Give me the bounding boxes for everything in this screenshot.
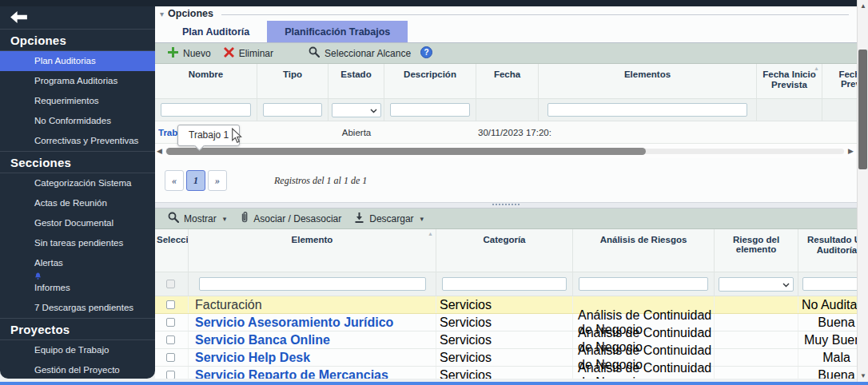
filter-analisis-input[interactable] (579, 277, 708, 291)
filter-tipo-input[interactable] (263, 103, 322, 117)
descargar-button[interactable]: Descargar ▾ (348, 212, 430, 225)
column-header-resultado[interactable]: Resultado Últ Auditoría (798, 229, 857, 272)
sidebar-item-actas-de-reunion[interactable]: Actas de Reunión (0, 193, 155, 213)
table2-header: Seleccionar Elemento ▲ Categoría Análisi… (155, 229, 857, 272)
eliminar-label: Eliminar (239, 48, 273, 59)
table1-header: Nombre Tipo Estado Descripción Fecha Ele… (155, 64, 857, 99)
column-header-tipo[interactable]: Tipo (257, 64, 328, 98)
sidebar-item-equipo-de-trabajo[interactable]: Equipo de Trabajo (0, 340, 155, 360)
chevron-down-icon (370, 109, 377, 113)
window-bottom-edge (0, 382, 868, 385)
row-checkbox[interactable] (166, 353, 175, 362)
riesgo-cell (715, 367, 798, 379)
sidebar-item-informes[interactable]: Informes (0, 278, 155, 298)
table1-row-trabajo[interactable]: Trabajo 1 Abierta 30/11/2023 17:20: (155, 121, 857, 144)
column-header-categoria[interactable]: Categoría (436, 229, 573, 272)
sidebar-item-requerimientos[interactable]: Requerimientos (0, 91, 155, 111)
sidebar-item-plan-auditorias[interactable]: Plan Auditorias (0, 51, 155, 71)
resultado-value: No Auditado (802, 298, 857, 312)
elemento-link[interactable]: Servicio Reparto de Mercancias (195, 368, 388, 379)
search-icon (309, 46, 320, 60)
seleccionar-alcance-button[interactable]: Seleccionar Alcance (302, 46, 417, 60)
back-button[interactable] (9, 10, 29, 26)
sidebar-item-descargas-pendientes[interactable]: 7 Descargas pendientes (0, 298, 155, 318)
sidebar-item-gestor-documental[interactable]: Gestor Documental (0, 213, 155, 233)
row-checkbox[interactable] (166, 300, 175, 309)
vscroll-thumb[interactable] (858, 50, 867, 169)
column-header-fecha[interactable]: Fecha (476, 64, 539, 98)
column-header-elemento[interactable]: Elemento ▲ (189, 229, 436, 272)
resultado-value: Mala (822, 351, 850, 365)
categoria-value: Servicios (440, 351, 492, 365)
seleccionar-alcance-label: Seleccionar Alcance (325, 48, 411, 59)
vertical-scrollbar[interactable]: ▲ ▼ (857, 0, 868, 385)
row-checkbox[interactable] (166, 318, 175, 327)
pagination-page-1-button[interactable]: 1 (186, 170, 205, 191)
column-header-elementos[interactable]: Elementos (539, 64, 757, 98)
sidebar-item-sin-tareas-pendientes[interactable]: Sin tareas pendientes (0, 233, 155, 253)
categoria-value: Servicios (440, 333, 492, 347)
elemento-value: Facturación (195, 298, 262, 312)
row-checkbox[interactable] (166, 371, 175, 379)
sidebar-item-correctivas-preventivas[interactable]: Correctivas y Preventivas (0, 131, 155, 151)
pagination: « 1 » Registros del 1 al 1 de 1 (155, 169, 857, 192)
sidebar-item-programa-auditorias[interactable]: Programa Auditorias (0, 71, 155, 91)
column-header-fecha-prevista[interactable]: Fecha Previ (822, 64, 857, 98)
filter-nombre-input[interactable] (161, 103, 251, 117)
descargar-label: Descargar (369, 213, 413, 224)
table-row-help-desk[interactable]: Servicio Help Desk Servicios Análisis de… (155, 349, 857, 367)
help-icon[interactable]: ? (420, 46, 432, 61)
table-row-banca-online[interactable]: Servicio Banca Online Servicios Análisis… (155, 331, 857, 349)
resultado-value: Buena (818, 316, 854, 330)
table-row-reparto-mercancias[interactable]: Servicio Reparto de Mercancias Servicios… (155, 367, 857, 379)
scroll-left-icon[interactable]: ◀ (157, 147, 162, 155)
fecha-inicio-label: Fecha Inicio Prevista (757, 69, 822, 90)
sidebar-item-categorizacion-sistema[interactable]: Categorización Sistema (0, 173, 155, 193)
scroll-right-icon[interactable]: ▶ (848, 147, 854, 155)
filter-descripcion-input[interactable] (390, 103, 470, 117)
filter-riesgo-select[interactable] (719, 277, 794, 292)
filter-categoria-input[interactable] (442, 277, 567, 291)
column-header-nombre[interactable]: Nombre (155, 64, 257, 98)
horizontal-scrollbar[interactable]: ◀ ▶ (155, 144, 857, 158)
collapse-triangle-icon[interactable]: ▾ (160, 10, 164, 18)
elemento-link[interactable]: Servicio Banca Online (195, 333, 330, 347)
filter-elementos-input[interactable] (547, 103, 747, 117)
filter-elemento-input[interactable] (199, 277, 426, 291)
column-header-analisis-riesgos[interactable]: Análisis de Riesgos (573, 229, 715, 272)
table-row-facturacion[interactable]: Facturación Servicios No Auditado (155, 296, 857, 314)
pagination-first-button[interactable]: « (165, 170, 184, 191)
scroll-down-icon[interactable]: ▼ (858, 372, 868, 379)
nuevo-button[interactable]: Nuevo (161, 47, 217, 60)
select-all-checkbox[interactable] (166, 280, 175, 288)
table-row-asesoramiento-juridico[interactable]: Servicio Asesoramiento Jurídico Servicio… (155, 314, 857, 331)
column-header-riesgo-elemento[interactable]: Riesgo del elemento (715, 229, 798, 272)
scroll-up-icon[interactable]: ▲ (858, 2, 868, 10)
eliminar-button[interactable]: Eliminar (217, 47, 280, 60)
filter-estado-select[interactable] (332, 103, 381, 117)
sidebar: Opciones Plan Auditorias Programa Audito… (0, 6, 155, 379)
tab-plan-auditoria[interactable]: Plan Auditoría (165, 21, 267, 42)
tab-planificacion-trabajos[interactable]: Planificación Trabajos (267, 21, 408, 42)
sidebar-item-alertas[interactable]: Alertas (0, 253, 155, 268)
asociar-desasociar-button[interactable]: Asociar / Desasociar (233, 211, 348, 226)
elemento-link[interactable]: Servicio Asesoramiento Jurídico (195, 316, 393, 330)
sidebar-item-gestion-del-proyecto[interactable]: Gestión del Proyecto (0, 360, 155, 379)
splitter-handle-icon[interactable] (492, 204, 520, 207)
mostrar-button[interactable]: Mostrar ▾ (161, 212, 233, 225)
filter-resultado-input[interactable] (802, 277, 858, 291)
elemento-link[interactable]: Servicio Help Desk (195, 351, 310, 365)
pagination-last-button[interactable]: » (208, 170, 227, 191)
row-checkbox[interactable] (166, 335, 175, 344)
analisis-value: Análisis de Continuidad de Negocio (578, 361, 714, 379)
column-header-descripcion[interactable]: Descripción (384, 64, 476, 98)
column-header-estado[interactable]: Estado (328, 64, 384, 98)
hscroll-thumb[interactable] (166, 148, 646, 155)
svg-text:?: ? (424, 48, 429, 57)
sidebar-item-no-conformidades[interactable]: No Conformidades (0, 111, 155, 131)
sort-asc-icon[interactable]: ▲ (814, 65, 819, 71)
sort-asc-icon[interactable]: ▲ (428, 231, 433, 236)
column-header-fecha-inicio-prevista[interactable]: Fecha Inicio Prevista ▲ (757, 64, 822, 98)
records-info: Registros del 1 al 1 de 1 (274, 175, 367, 187)
column-header-seleccionar[interactable]: Seleccionar (155, 229, 189, 272)
